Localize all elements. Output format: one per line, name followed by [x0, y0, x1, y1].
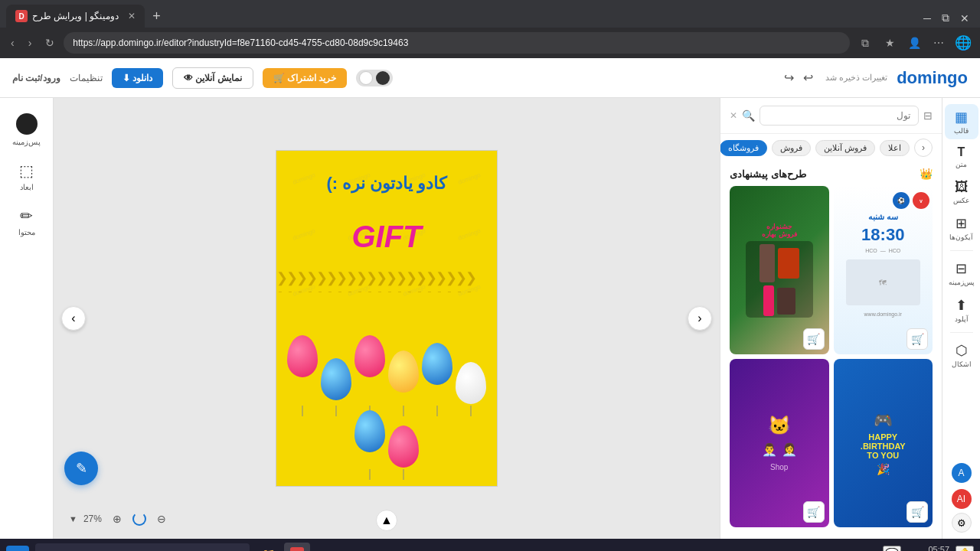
redo-button[interactable]: ↪	[781, 69, 797, 86]
taskbar-domingo-icon: d	[290, 547, 304, 551]
template-card-4[interactable]: 🐱 👩‍💼 👨‍💼 Shop 🛒	[730, 359, 829, 527]
purple-emoji-1: 🐱	[768, 415, 791, 436]
canvas-area: domingo domingo domingo domingo domingo …	[54, 98, 720, 539]
right-icon-photo[interactable]: 🖼 عکس	[945, 174, 978, 209]
panel-search-bar: ⊟ 🔍 ✕	[720, 98, 942, 134]
balloons-group	[276, 335, 497, 471]
panel-filter-icon[interactable]: ⊟	[923, 109, 933, 122]
right-icon-translate[interactable]: A	[952, 463, 972, 483]
taskbar-domingo-button[interactable]: d	[284, 543, 310, 551]
tag-shop[interactable]: فروشگاه	[720, 140, 767, 156]
right-panel: ⊟ 🔍 ✕ ‹ اعلا فروش آنلاین فروش فروشگاه 👑 …	[720, 98, 942, 539]
icons-icon: ⊞	[956, 215, 967, 232]
template-card-3[interactable]: 🎮 HAPPYBIRTHDAY.TO YOU 🎉 🛒	[834, 359, 933, 527]
photo-label: عکس	[953, 197, 969, 204]
active-tab[interactable]: D دومینگو | ویرایش طرح ✕	[6, 5, 145, 28]
show-online-button[interactable]: نمایش آنلاین 👁	[172, 67, 253, 89]
address-bar[interactable]	[64, 32, 850, 54]
bday-text: HAPPYBIRTHDAY.TO YOU	[861, 432, 906, 460]
notification-button[interactable]: 💬	[883, 546, 901, 552]
zoom-in-button[interactable]: ⊕	[108, 510, 126, 528]
tool-content[interactable]: ✏ محتوا	[4, 201, 50, 243]
edge-icon[interactable]: 🌐	[952, 32, 974, 54]
left-toolbar: پس‌زمینه ⬚ ابعاد ✏ محتوا	[0, 98, 54, 539]
theme-toggle[interactable]	[356, 70, 393, 86]
canvas-main-text[interactable]: کادو یادتون نره :)	[276, 174, 497, 194]
card4-buy-button[interactable]: 🛒	[803, 501, 825, 523]
favorites-icon[interactable]: ★	[879, 32, 900, 54]
card1-map: 🗺	[846, 259, 920, 305]
upload-label: آپلود	[955, 315, 969, 323]
taskbar-file-explorer-button[interactable]: 📁	[256, 543, 281, 551]
tags-nav-prev[interactable]: ‹	[914, 139, 933, 157]
forward-button[interactable]: ›	[24, 34, 37, 52]
right-icon-settings[interactable]: ⚙	[952, 513, 972, 533]
tag-announcements[interactable]: اعلا	[880, 140, 910, 156]
balloon-pink-3	[388, 425, 419, 468]
app-header: domingo تغییرات ذخیره شد ↩ ↪ خرید اشتراک…	[0, 58, 980, 98]
balloon-blue-3	[354, 410, 385, 452]
taskbar-apps: 📁 d	[256, 543, 310, 551]
template-card-1[interactable]: v ⚽ سه شنبه 18:30 HCO—HCO 🗺 www.domingo.…	[834, 186, 933, 354]
tab-close-icon[interactable]: ✕	[128, 11, 136, 21]
balloon-white-1	[456, 362, 486, 404]
new-tab-button[interactable]: +	[146, 5, 167, 28]
notification-bell-button[interactable]: 🔔	[956, 546, 974, 552]
refresh-button[interactable]: ↻	[41, 34, 59, 52]
tool-dimensions[interactable]: ⬚ ابعاد	[4, 155, 50, 197]
zoom-loading-spinner	[132, 512, 146, 526]
maximize-button[interactable]: ⧉	[937, 8, 954, 28]
right-icon-background[interactable]: ⊟ پس‌زمینه	[945, 256, 978, 291]
canvas-wrapper: domingo domingo domingo domingo domingo …	[276, 150, 498, 487]
tab-favicon: D	[15, 10, 28, 22]
undo-button[interactable]: ↩	[800, 69, 816, 86]
tool-dimensions-label: ابعاد	[20, 183, 34, 191]
design-canvas[interactable]: domingo domingo domingo domingo domingo …	[276, 150, 498, 487]
panel-search-clear-icon[interactable]: ✕	[730, 110, 737, 121]
card2-buy-button[interactable]: 🛒	[803, 328, 825, 350]
zoom-out-button[interactable]: ⊖	[152, 510, 171, 528]
card1-buy-button[interactable]: 🛒	[906, 328, 928, 350]
minimize-button[interactable]: ─	[919, 9, 936, 28]
tab-title: دومینگو | ویرایش طرح	[32, 11, 119, 21]
pen-tool-button[interactable]: ✎	[64, 452, 98, 485]
right-icon-text[interactable]: T متن	[945, 141, 978, 173]
right-icon-templates[interactable]: ▦ قالب	[945, 104, 978, 139]
collapse-button[interactable]: ▲	[376, 510, 397, 531]
photo-icon: 🖼	[955, 179, 969, 195]
back-button[interactable]: ‹	[6, 34, 19, 52]
canvas-gift-text[interactable]: GIFT	[276, 220, 497, 254]
balloon-blue-2	[422, 343, 452, 385]
tag-sale[interactable]: فروش	[772, 140, 811, 156]
settings-button[interactable]: تنظیمات	[70, 73, 103, 83]
right-icon-icons[interactable]: ⊞ آیکون‌ها	[945, 210, 978, 246]
balloon-pink-1	[287, 335, 318, 377]
taskbar: ⊞ 📁 d 💬 05:57 23/02/2024 🔔	[0, 539, 980, 551]
canvas-next-button[interactable]: ›	[688, 306, 712, 331]
right-icon-ai[interactable]: AI	[952, 489, 972, 509]
zoom-percent: ▼	[69, 514, 77, 523]
login-button[interactable]: ورود/ثبت نام	[12, 73, 60, 83]
browser-tabs: D دومینگو | ویرایش طرح ✕ + ─ ⧉ ✕	[0, 0, 980, 28]
tool-background[interactable]: پس‌زمینه	[4, 107, 50, 152]
more-icon[interactable]: ⋯	[928, 32, 949, 54]
bday-party-emoji: 🎉	[877, 463, 890, 475]
canvas-prev-button[interactable]: ‹	[61, 306, 86, 331]
profile-icon[interactable]: 👤	[903, 32, 925, 54]
crown-icon: 👑	[920, 168, 933, 180]
card3-buy-button[interactable]: 🛒	[906, 501, 928, 523]
subscribe-button[interactable]: خرید اشتراک 🛒	[263, 68, 348, 88]
tag-online-sale[interactable]: فروش آنلاین	[815, 140, 875, 156]
download-button[interactable]: دانلود ⬇	[112, 68, 163, 88]
sport-badge: v	[913, 192, 929, 209]
right-icon-shapes[interactable]: ⬡ اشکال	[945, 337, 978, 373]
template-card-2[interactable]: جشنوارهفروش بهاره 🛒	[730, 186, 829, 354]
taskbar-search-input[interactable]	[35, 543, 250, 551]
start-button[interactable]: ⊞	[6, 546, 29, 551]
right-icons-divider-1	[950, 250, 973, 251]
close-button[interactable]: ✕	[956, 9, 974, 28]
extensions-icon[interactable]: ⧉	[854, 32, 876, 54]
background-panel-label: پس‌زمینه	[949, 279, 975, 286]
panel-search-input[interactable]	[760, 106, 919, 126]
right-icon-upload[interactable]: ⬆ آپلود	[945, 292, 978, 328]
